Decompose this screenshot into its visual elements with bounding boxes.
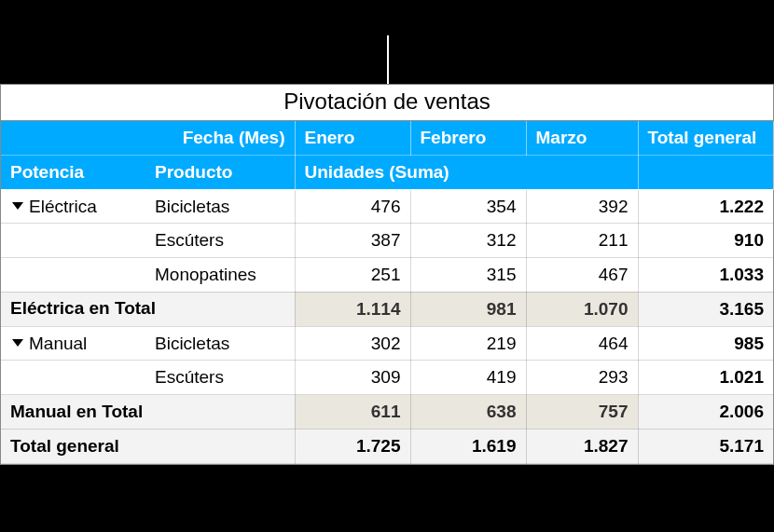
- grand-total-cell: 1.619: [410, 429, 526, 463]
- table-row: Escúters 309 419 293 1.021: [1, 361, 773, 395]
- header-row-months: Fecha (Mes) Enero Febrero Marzo Total ge…: [1, 121, 773, 155]
- subtotal-cell: 611: [295, 395, 410, 430]
- subtotal-label: Eléctrica en Total: [1, 292, 295, 326]
- group-name-electrica: Eléctrica: [29, 197, 97, 216]
- value-cell: 387: [295, 224, 410, 258]
- annotation-area: [0, 0, 774, 84]
- header-month-1[interactable]: Enero: [295, 121, 410, 155]
- subtotal-cell: 1.114: [295, 292, 410, 326]
- grand-total-cell: 1.827: [526, 429, 638, 463]
- subtotal-total-cell: 3.165: [638, 292, 773, 326]
- pivot-title: Pivotación de ventas: [1, 85, 773, 121]
- subtotal-total-cell: 2.006: [638, 395, 773, 430]
- table-row: Escúters 387 312 211 910: [1, 224, 773, 258]
- header-month-2[interactable]: Febrero: [410, 121, 526, 155]
- caret-down-icon: [12, 339, 23, 347]
- pivot-table: Fecha (Mes) Enero Febrero Marzo Total ge…: [1, 121, 774, 464]
- product-cell: Escúters: [145, 361, 295, 395]
- header-fecha-label[interactable]: Fecha (Mes): [145, 121, 295, 155]
- header-empty-2: [638, 155, 773, 189]
- value-cell: 464: [526, 326, 638, 361]
- product-cell: Bicicletas: [145, 326, 295, 361]
- value-cell: 293: [526, 361, 638, 395]
- subtotal-label: Manual en Total: [1, 395, 295, 430]
- header-producto[interactable]: Producto: [145, 155, 295, 189]
- value-cell: 392: [526, 189, 638, 224]
- grand-total-total-cell: 5.171: [638, 429, 773, 463]
- subtotal-cell: 981: [410, 292, 526, 326]
- grand-total-cell: 1.725: [295, 429, 410, 463]
- value-cell: 476: [295, 189, 410, 224]
- row-total-cell: 1.033: [638, 258, 773, 293]
- product-cell: Monopatines: [145, 258, 295, 293]
- subtotal-row-manual: Manual en Total 611 638 757 2.006: [1, 395, 773, 430]
- pivot-table-container: Pivotación de ventas Fecha (Mes) Enero F…: [0, 84, 774, 465]
- value-cell: 315: [410, 258, 526, 293]
- product-cell: Bicicletas: [145, 189, 295, 224]
- value-cell: 211: [526, 224, 638, 258]
- header-month-3[interactable]: Marzo: [526, 121, 638, 155]
- product-cell: Escúters: [145, 224, 295, 258]
- empty-cell: [1, 258, 145, 293]
- group-toggle-manual[interactable]: Manual: [1, 326, 145, 361]
- group-name-manual: Manual: [29, 334, 87, 353]
- empty-cell: [1, 224, 145, 258]
- header-potencia[interactable]: Potencia: [1, 155, 145, 189]
- value-cell: 419: [410, 361, 526, 395]
- empty-cell: [1, 361, 145, 395]
- value-cell: 312: [410, 224, 526, 258]
- header-unidades[interactable]: Unidades (Suma): [295, 155, 638, 189]
- row-total-cell: 910: [638, 224, 773, 258]
- value-cell: 467: [526, 258, 638, 293]
- value-cell: 302: [295, 326, 410, 361]
- value-cell: 219: [410, 326, 526, 361]
- header-row-fields: Potencia Producto Unidades (Suma): [1, 155, 773, 189]
- grand-total-label: Total general: [1, 429, 295, 463]
- subtotal-row-electrica: Eléctrica en Total 1.114 981 1.070 3.165: [1, 292, 773, 326]
- caret-down-icon: [12, 202, 23, 210]
- grand-total-row: Total general 1.725 1.619 1.827 5.171: [1, 429, 773, 463]
- row-total-cell: 1.222: [638, 189, 773, 224]
- subtotal-cell: 757: [526, 395, 638, 430]
- subtotal-cell: 638: [410, 395, 526, 430]
- value-cell: 309: [295, 361, 410, 395]
- table-row: Eléctrica Bicicletas 476 354 392 1.222: [1, 189, 773, 224]
- table-row: Monopatines 251 315 467 1.033: [1, 258, 773, 293]
- row-total-cell: 1.021: [638, 361, 773, 395]
- header-total-general[interactable]: Total general: [638, 121, 773, 155]
- value-cell: 354: [410, 189, 526, 224]
- row-total-cell: 985: [638, 326, 773, 361]
- table-row: Manual Bicicletas 302 219 464 985: [1, 326, 773, 361]
- subtotal-cell: 1.070: [526, 292, 638, 326]
- group-toggle-electrica[interactable]: Eléctrica: [1, 189, 145, 224]
- header-empty: [1, 121, 145, 155]
- value-cell: 251: [295, 258, 410, 293]
- annotation-line: [387, 35, 389, 84]
